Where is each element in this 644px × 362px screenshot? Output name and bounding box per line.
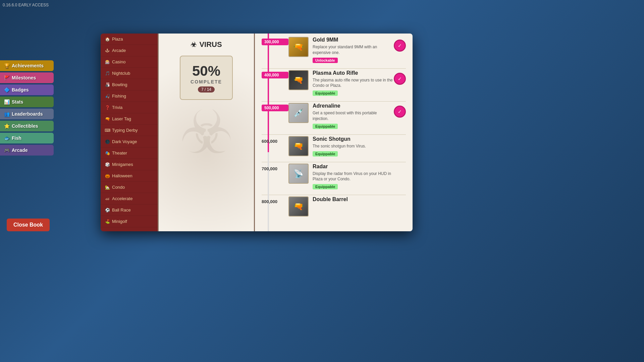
item-stamp-radar — [394, 166, 406, 178]
sidebar-btn-arcade[interactable]: 🎮Arcade — [0, 145, 54, 156]
item-desc-gold9mm: Replace your standard 9MM with an expens… — [313, 44, 394, 56]
item-image-plasmaAutoRifle: 🔫 — [288, 70, 309, 90]
progress-count: 7 / 14 — [198, 86, 215, 93]
item-info-adrenaline: Adrenaline Get a speed boost with this p… — [309, 103, 394, 129]
book-nav: 🏠Plaza🕹Arcade🎰Casino🎵Nightclub🎳Bowling🎣F… — [101, 34, 158, 231]
item-stamp-sonicshotgun — [394, 139, 406, 151]
nav-item-ballrace[interactable]: ⚽Ball Race — [101, 204, 158, 216]
item-name-gold9mm: Gold 9MM — [313, 37, 394, 43]
item-image-sonicshotgun: 🔫 — [288, 136, 309, 156]
nav-item-bowling[interactable]: 🎳Bowling — [101, 79, 158, 90]
divider — [262, 68, 406, 69]
item-badge-sonicshotgun: Equippable — [313, 151, 338, 157]
sidebar-btn-fish[interactable]: 🐟Fish — [0, 133, 54, 143]
nav-item-accelerate[interactable]: 🏎Accelerate — [101, 193, 158, 204]
book-center-page: ☣ ☣ VIRUS 50% COMPLETE 7 / 14 — [158, 34, 255, 231]
nav-item-typingderby[interactable]: ⌨Typing Derby — [101, 125, 158, 136]
item-info-doublebarrel: Double Barrel — [309, 196, 394, 204]
item-cost-gold9mm: 300,000 — [262, 39, 288, 45]
divider — [262, 195, 406, 195]
nav-item-plaza[interactable]: 🏠Plaza — [101, 34, 158, 45]
casino-nav-icon: 🎰 — [105, 60, 110, 64]
sidebar-btn-achievements[interactable]: 🏆Achievements — [0, 60, 54, 71]
milestones-icon: 🚩 — [4, 75, 10, 80]
close-book-button[interactable]: Close Book — [7, 219, 50, 231]
bowling-nav-icon: 🎳 — [105, 82, 110, 87]
item-image-gold9mm: 🔫 — [288, 37, 309, 57]
progress-percent: 50% — [191, 63, 222, 79]
plaza-nav-icon: 🏠 — [105, 37, 110, 42]
item-cost-radar: 700,000 — [262, 164, 288, 171]
item-row-gold9mm: 300,000 🔫 Gold 9MM Replace your standard… — [262, 37, 406, 63]
item-desc-radar: Display the radar from Virus on your HUD… — [313, 171, 394, 182]
item-name-plasmaAutoRifle: Plasma Auto Rifle — [313, 70, 394, 76]
minigolf-nav-icon: ⛳ — [105, 219, 110, 224]
sidebar-btn-milestones[interactable]: 🚩Milestones — [0, 72, 54, 83]
item-stamp-plasmaAutoRifle: ✓ — [394, 73, 406, 85]
ballrace-nav-icon: ⚽ — [105, 208, 110, 213]
progress-box: 50% COMPLETE 7 / 14 — [180, 56, 233, 100]
item-row-sonicshotgun: 600,000 🔫 Sonic Shotgun The sonic shotgu… — [262, 136, 406, 157]
item-desc-adrenaline: Get a speed boost with this portable inj… — [313, 110, 394, 122]
nav-item-littlecrusaders[interactable]: ⚔Little Crusaders — [101, 227, 158, 231]
collectibles-icon: ⭐ — [4, 123, 10, 129]
fish-icon: 🐟 — [4, 135, 10, 141]
item-cost-plasmaAutoRifle: 400,000 — [262, 72, 288, 78]
nav-item-theater[interactable]: 🎭Theater — [101, 147, 158, 159]
book-right-page[interactable]: 300,000 🔫 Gold 9MM Replace your standard… — [255, 34, 413, 231]
item-image-doublebarrel: 🔫 — [288, 196, 309, 217]
item-badge-plasmaAutoRifle: Equippable — [313, 90, 338, 96]
nav-item-trivia[interactable]: ❓Trivia — [101, 102, 158, 113]
sidebar-btn-collectibles[interactable]: ⭐Collectibles — [0, 121, 54, 131]
item-info-radar: Radar Display the radar from Virus on yo… — [309, 164, 394, 190]
nav-item-minigames[interactable]: 🎲Minigames — [101, 159, 158, 170]
theater-nav-icon: 🎭 — [105, 151, 110, 156]
virus-watermark: ☣ — [179, 102, 233, 163]
nav-item-fishing[interactable]: 🎣Fishing — [101, 90, 158, 102]
virus-icon: ☣ — [191, 41, 197, 49]
item-name-adrenaline: Adrenaline — [313, 103, 394, 109]
sidebar-btn-badges[interactable]: 🔷Badges — [0, 84, 54, 95]
nav-item-lasertag[interactable]: 🔫Laser Tag — [101, 113, 158, 125]
item-row-radar: 700,000 📡 Radar Display the radar from V… — [262, 164, 406, 190]
item-info-sonicshotgun: Sonic Shotgun The sonic shotgun from Vir… — [309, 136, 394, 157]
item-cost-sonicshotgun: 600,000 — [262, 136, 288, 144]
arcade-nav-icon: 🕹 — [105, 48, 110, 53]
left-sidebar: 🏆Achievements🚩Milestones🔷Badges📊Stats👥Le… — [0, 60, 54, 156]
nav-item-nightclub[interactable]: 🎵Nightclub — [101, 68, 158, 79]
minigames-nav-icon: 🎲 — [105, 162, 110, 167]
trivia-nav-icon: ❓ — [105, 105, 110, 110]
sidebar-btn-stats[interactable]: 📊Stats — [0, 97, 54, 107]
nav-item-halloween[interactable]: 🎃Halloween — [101, 170, 158, 182]
item-info-gold9mm: Gold 9MM Replace your standard 9MM with … — [309, 37, 394, 63]
halloween-nav-icon: 🎃 — [105, 174, 110, 178]
item-desc-sonicshotgun: The sonic shotgun from Virus. — [313, 143, 394, 149]
item-badge-radar: Equippable — [313, 184, 338, 189]
nav-item-condo[interactable]: 🏡Condo — [101, 182, 158, 193]
lasertag-nav-icon: 🔫 — [105, 117, 110, 121]
accelerate-nav-icon: 🏎 — [105, 196, 110, 201]
achievements-icon: 🏆 — [4, 63, 10, 68]
nightclub-nav-icon: 🎵 — [105, 71, 110, 76]
version-text: 0.16.6.0 EARLY ACCESS — [3, 3, 49, 7]
item-info-plasmaAutoRifle: Plasma Auto Rifle The plasma auto rifle … — [309, 70, 394, 96]
badges-icon: 🔷 — [4, 87, 10, 93]
nav-item-arcade[interactable]: 🕹Arcade — [101, 45, 158, 56]
nav-item-casino[interactable]: 🎰Casino — [101, 56, 158, 68]
condo-nav-icon: 🏡 — [105, 185, 110, 190]
item-image-adrenaline: 💉 — [288, 103, 309, 123]
items-list: 300,000 🔫 Gold 9MM Replace your standard… — [255, 34, 413, 225]
fishing-nav-icon: 🎣 — [105, 94, 110, 99]
item-badge-gold9mm: Unlockable — [313, 58, 338, 63]
item-row-doublebarrel: 800,000 🔫 Double Barrel — [262, 196, 406, 217]
divider — [262, 134, 406, 135]
item-row-adrenaline: 500,000 💉 Adrenaline Get a speed boost w… — [262, 103, 406, 129]
item-name-sonicshotgun: Sonic Shotgun — [313, 136, 394, 142]
item-stamp-adrenaline: ✓ — [394, 106, 406, 118]
arcade-icon: 🎮 — [4, 147, 10, 153]
item-cost-adrenaline: 500,000 — [262, 105, 288, 111]
nav-item-minigolf[interactable]: ⛳Minigolf — [101, 216, 158, 227]
nav-item-darkvoyage[interactable]: 🌑Dark Voyage — [101, 136, 158, 147]
item-row-plasmaAutoRifle: 400,000 🔫 Plasma Auto Rifle The plasma a… — [262, 70, 406, 96]
sidebar-btn-leaderboards[interactable]: 👥Leaderboards — [0, 109, 54, 119]
